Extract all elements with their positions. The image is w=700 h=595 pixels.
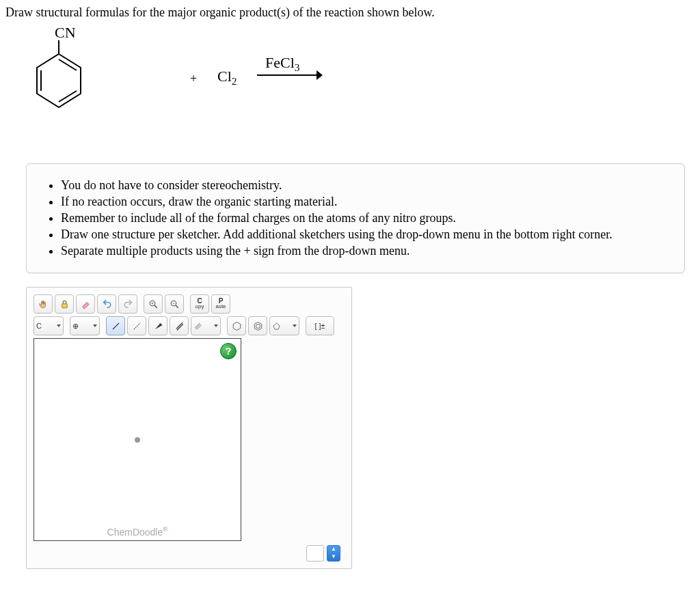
double-bond-button[interactable] (170, 316, 189, 335)
element-picker-button[interactable]: C (33, 316, 64, 335)
charge-label: ⊕ (72, 322, 79, 331)
svg-marker-20 (233, 322, 241, 330)
instruction-item: Remember to include all of the formal ch… (61, 211, 668, 225)
caret-icon (93, 324, 97, 327)
bracket-charge-button[interactable]: [ ]± (306, 316, 334, 335)
svg-line-1 (59, 59, 77, 70)
paste-button[interactable]: Paste (211, 294, 230, 314)
caret-icon (293, 324, 297, 327)
bracket-label: [ ]± (314, 322, 325, 330)
svg-line-12 (113, 323, 119, 329)
benzene-ring-icon (31, 53, 86, 114)
cn-bond-line (58, 40, 59, 54)
instruction-item: You do not have to consider stereochemis… (61, 178, 668, 193)
canvas-center-dot (135, 437, 140, 443)
caret-icon (214, 324, 218, 327)
sketcher-panel: Copy Paste C ⊕ (26, 287, 352, 569)
svg-line-2 (59, 91, 77, 102)
redo-button[interactable] (118, 294, 137, 314)
stepper-up-icon: ▲ (327, 546, 340, 553)
lock-button[interactable] (55, 294, 74, 314)
add-sketcher-stepper[interactable]: ▲ ▼ (327, 545, 340, 562)
instruction-item: If no reaction occurs, draw the organic … (61, 195, 668, 209)
cn-substituent-label: CN (55, 24, 76, 42)
sketcher-add-area: ▲ ▼ (33, 541, 345, 562)
svg-marker-21 (254, 322, 262, 330)
element-label: C (36, 322, 42, 330)
undo-button[interactable] (97, 294, 116, 314)
zoom-out-button[interactable] (165, 294, 184, 314)
instructions-box: You do not have to consider stereochemis… (26, 163, 685, 273)
dotted-bond-button[interactable] (127, 316, 146, 335)
pan-hand-button[interactable] (33, 294, 53, 314)
arrow-line (257, 74, 322, 76)
reaction-scheme: CN + Cl2 FeCl3 (5, 27, 700, 156)
svg-line-10 (176, 305, 178, 308)
instructions-list: You do not have to consider stereochemis… (43, 178, 668, 258)
zoom-in-button[interactable] (144, 294, 163, 314)
svg-line-6 (154, 305, 157, 308)
svg-marker-0 (37, 54, 81, 107)
charge-picker-button[interactable]: ⊕ (70, 316, 100, 335)
question-text: Draw structural formulas for the major o… (5, 5, 700, 20)
instruction-item: Draw one structure per sketcher. Add add… (61, 227, 668, 242)
svg-point-22 (256, 324, 260, 328)
copy-button[interactable]: Copy (190, 294, 209, 314)
svg-marker-23 (273, 322, 280, 329)
plus-sign: + (190, 72, 197, 86)
ring-picker-button[interactable] (269, 316, 299, 335)
triple-bond-button[interactable] (191, 316, 221, 335)
svg-line-13 (134, 323, 140, 329)
toolbar-row-1: Copy Paste (33, 294, 345, 314)
svg-rect-4 (62, 303, 67, 307)
toolbar-row-2: C ⊕ (33, 316, 345, 335)
benzene-button[interactable] (248, 316, 267, 335)
svg-marker-14 (155, 323, 163, 329)
caret-icon (57, 324, 61, 327)
sketcher-count-field[interactable] (306, 545, 324, 562)
instruction-item: Separate multiple products using the + s… (61, 244, 668, 258)
drawing-canvas[interactable]: ? ChemDoodle® (33, 338, 241, 541)
eraser-button[interactable] (76, 294, 95, 314)
chemdoodle-brand: ChemDoodle® (34, 525, 241, 538)
stepper-down-icon: ▼ (327, 553, 340, 561)
arrow-head-icon (317, 70, 323, 80)
help-button[interactable]: ? (220, 343, 237, 359)
catalyst-fecl3: FeCl3 (265, 54, 300, 74)
wedge-bond-button[interactable] (148, 316, 167, 335)
cyclohexane-button[interactable] (227, 316, 246, 335)
reagent-cl2: Cl2 (217, 68, 237, 87)
single-bond-button[interactable] (106, 316, 125, 335)
